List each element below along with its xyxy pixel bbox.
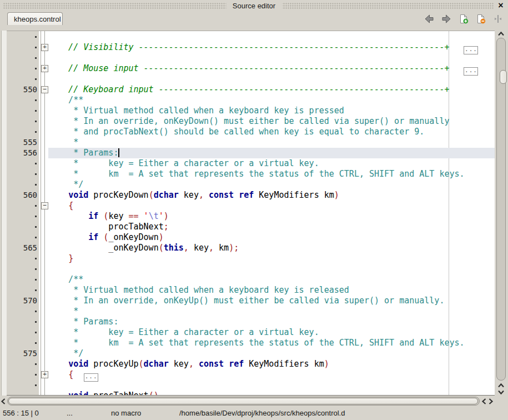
code-token-sym: { (68, 201, 73, 211)
titlebar[interactable]: Source editor × (0, 0, 508, 12)
fold-expand-icon[interactable]: + (41, 65, 48, 72)
code-token-pln: procTabNext (88, 391, 148, 396)
line-dot (35, 289, 37, 291)
line-number-dot (7, 158, 37, 169)
code-line[interactable]: */ (48, 179, 495, 190)
code-token-cmt: // Visibility --------------------------… (48, 42, 449, 52)
forward-icon[interactable] (440, 14, 452, 24)
code-token-doc: * (48, 306, 78, 316)
code-line[interactable]: * Params: (48, 317, 495, 327)
code-token-kw: dchar (154, 190, 179, 200)
code-line[interactable]: if (key == '\t') (48, 211, 495, 222)
close-icon[interactable]: × (496, 1, 506, 11)
back-icon[interactable] (423, 14, 435, 24)
code-line[interactable]: * (48, 306, 495, 317)
code-token-doc: * and procTabNext() should be called whe… (48, 127, 424, 137)
scroll-left-right-icon[interactable] (481, 397, 487, 406)
code-token-doc: * (48, 137, 78, 147)
code-token-cmt: // Keyboard input ----------------------… (48, 84, 449, 94)
code-line[interactable]: * key = Either a character or a virtual … (48, 327, 495, 338)
scroll-down-icon[interactable] (497, 389, 505, 396)
scroll-up-icon[interactable] (497, 31, 505, 37)
code-token-kw: const (209, 190, 234, 200)
fold-expand-icon[interactable]: + (41, 44, 48, 51)
code-line[interactable] (48, 380, 495, 391)
current-code-line[interactable]: * Params: (48, 148, 495, 158)
code-line[interactable] (48, 32, 495, 42)
code-line[interactable]: * (48, 137, 495, 148)
code-token-kw: if (88, 232, 98, 242)
vertical-scroll-thumb[interactable] (500, 70, 507, 84)
new-document-icon[interactable] (457, 14, 469, 24)
code-line[interactable]: // Visibility --------------------------… (48, 42, 495, 53)
code-token-pln (48, 253, 68, 263)
code-line[interactable]: { (48, 201, 495, 211)
code-line[interactable]: * In an override, onKeyDown() must eithe… (48, 116, 495, 127)
code-line[interactable]: void procKeyUp(dchar key, const ref KeyM… (48, 359, 495, 369)
detach-icon[interactable] (492, 14, 504, 24)
line-number: 575 (7, 348, 37, 359)
code-editor[interactable]: 550555556560565570575 ++−−+ // Visibilit… (7, 31, 495, 396)
line-number-dot (7, 116, 37, 127)
line-number-dot (7, 127, 37, 137)
code-line[interactable] (48, 264, 495, 274)
code-token-kw: ref (239, 190, 254, 200)
code-line[interactable]: if (_onKeyDown) (48, 232, 495, 243)
scroll-right-icon[interactable] (487, 397, 494, 406)
code-line[interactable]: void procKeyDown(dchar key, const ref Ke… (48, 190, 495, 201)
code-line[interactable]: * km = A set that represents the status … (48, 338, 495, 348)
scroll-up-bottom-icon[interactable] (497, 382, 505, 389)
code-token-doc: /** (48, 274, 83, 284)
code-line[interactable]: * In an override, onKeyUp() must either … (48, 296, 495, 306)
line-dot (35, 131, 37, 133)
code-line[interactable]: void procTabNext() (48, 391, 495, 396)
code-line[interactable]: _onKeyDown(this, key, km); (48, 243, 495, 253)
code-token-doc: * km = A set that represents the status … (48, 338, 465, 348)
horizontal-scroll-thumb[interactable] (8, 398, 478, 404)
code-line[interactable]: * key = Either a character or a virtual … (48, 158, 495, 169)
line-number-dot (7, 306, 37, 317)
code-line[interactable] (48, 53, 495, 63)
line-dot (35, 216, 37, 217)
line-dot (35, 68, 37, 69)
code-token-pln: key (189, 243, 209, 253)
code-token-doc: */ (48, 179, 83, 189)
code-line[interactable]: /** (48, 274, 495, 285)
code-line[interactable]: * Virtual method called when a keyboard … (48, 285, 495, 296)
code-line[interactable]: // Keyboard input ----------------------… (48, 84, 495, 95)
code-line[interactable]: */ (48, 348, 495, 359)
tab-kheops-control[interactable]: kheops.control (7, 12, 63, 25)
remove-document-icon[interactable] (475, 14, 486, 24)
window-title: Source editor (226, 1, 282, 11)
code-token-kw: dchar (144, 359, 169, 369)
horizontal-scroll-track[interactable] (7, 397, 480, 406)
code-line[interactable]: } (48, 253, 495, 264)
vertical-scroll-track[interactable] (496, 38, 506, 381)
fold-expand-icon[interactable]: + (41, 371, 48, 378)
code-line[interactable] (48, 74, 495, 84)
code-line[interactable]: * km = A set that represents the status … (48, 169, 495, 179)
code-token-doc: * In an override, onKeyDown() must eithe… (48, 116, 449, 126)
code-token-pln: key (108, 211, 128, 221)
code-token-sym: ; (164, 222, 169, 232)
line-number-dot (7, 63, 37, 74)
fold-collapse-icon[interactable]: − (41, 202, 48, 209)
code-line[interactable]: /** (48, 95, 495, 106)
line-dot (35, 321, 37, 323)
vertical-scrollbar[interactable] (495, 31, 508, 396)
code-token-pln (48, 211, 88, 221)
code-token-str: ' (159, 211, 164, 221)
code-line[interactable]: * and procTabNext() should be called whe… (48, 127, 495, 137)
horizontal-scrollbar[interactable] (0, 396, 508, 407)
code-line[interactable]: * Virtual method called when a keyboard … (48, 106, 495, 116)
code-token-kw: void (68, 359, 88, 369)
code-line[interactable]: {... (48, 369, 495, 380)
code-token-kw: ref (229, 359, 244, 369)
code-token-pln (194, 359, 199, 369)
line-number: 556 (7, 148, 37, 158)
fold-collapse-icon[interactable]: − (41, 86, 48, 93)
code-line[interactable]: procTabNext; (48, 222, 495, 232)
code-line[interactable]: // Mouse input -------------------------… (48, 63, 495, 74)
scroll-left-icon[interactable] (0, 397, 7, 406)
line-number-dot (7, 106, 37, 116)
